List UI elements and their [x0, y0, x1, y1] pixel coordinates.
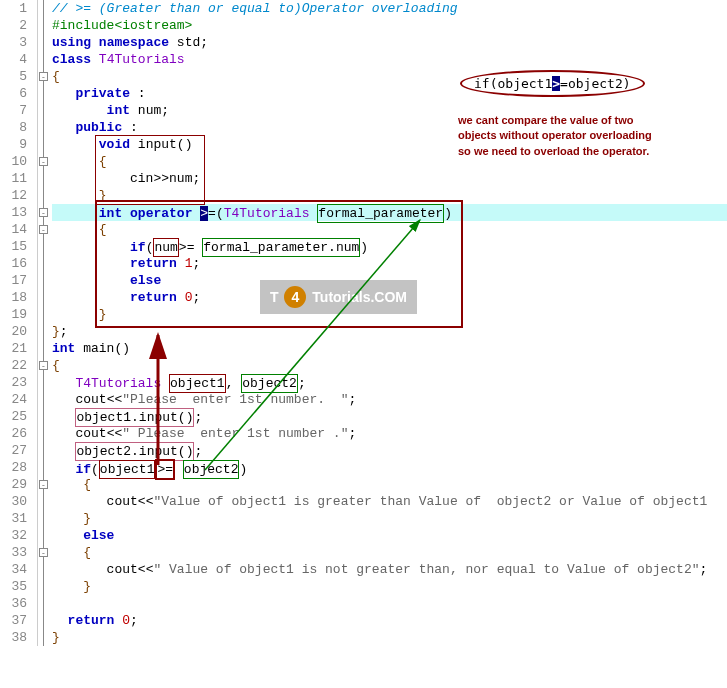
code-line[interactable]: cin>>num;: [52, 170, 727, 187]
line-number: 18: [0, 289, 33, 306]
fold-toggle[interactable]: -: [39, 548, 48, 557]
line-number: 22: [0, 357, 33, 374]
line-number: 23: [0, 374, 33, 391]
line-number: 35: [0, 578, 33, 595]
code-line[interactable]: else: [52, 527, 727, 544]
code-line[interactable]: {: [52, 68, 727, 85]
line-number: 12: [0, 187, 33, 204]
line-number: 31: [0, 510, 33, 527]
line-number: 29: [0, 476, 33, 493]
line-number: 15: [0, 238, 33, 255]
code-line[interactable]: object2.input();: [52, 442, 727, 459]
code-line[interactable]: {: [52, 357, 727, 374]
line-number: 3: [0, 34, 33, 51]
code-line[interactable]: cout<<" Please enter 1st number .";: [52, 425, 727, 442]
code-line[interactable]: };: [52, 323, 727, 340]
code-line[interactable]: class T4Tutorials: [52, 51, 727, 68]
code-line[interactable]: }: [52, 510, 727, 527]
fold-gutter[interactable]: -------: [38, 0, 52, 646]
code-line[interactable]: int operator >=(T4Tutorials formal_param…: [52, 204, 727, 221]
line-number: 19: [0, 306, 33, 323]
line-number: 21: [0, 340, 33, 357]
code-line[interactable]: return 0;: [52, 289, 727, 306]
fold-toggle[interactable]: -: [39, 480, 48, 489]
line-number: 2: [0, 17, 33, 34]
code-line[interactable]: return 1;: [52, 255, 727, 272]
code-line[interactable]: }: [52, 629, 727, 646]
code-line[interactable]: cout<<"Please enter 1st number. ";: [52, 391, 727, 408]
code-line[interactable]: }: [52, 187, 727, 204]
code-line[interactable]: void input(): [52, 136, 727, 153]
line-number: 10: [0, 153, 33, 170]
code-line[interactable]: {: [52, 544, 727, 561]
line-number: 7: [0, 102, 33, 119]
line-number: 14: [0, 221, 33, 238]
code-line[interactable]: if(object1>= object2): [52, 459, 727, 476]
code-line[interactable]: object1.input();: [52, 408, 727, 425]
code-line[interactable]: int main(): [52, 340, 727, 357]
line-number: 36: [0, 595, 33, 612]
fold-toggle[interactable]: -: [39, 72, 48, 81]
code-line[interactable]: using namespace std;: [52, 34, 727, 51]
code-line[interactable]: return 0;: [52, 612, 727, 629]
line-number: 6: [0, 85, 33, 102]
code-line[interactable]: else: [52, 272, 727, 289]
fold-toggle[interactable]: -: [39, 208, 48, 217]
line-number: 32: [0, 527, 33, 544]
line-number: 16: [0, 255, 33, 272]
code-line[interactable]: #include<iostream>: [52, 17, 727, 34]
code-line[interactable]: }: [52, 578, 727, 595]
fold-toggle[interactable]: -: [39, 157, 48, 166]
line-number: 24: [0, 391, 33, 408]
fold-toggle[interactable]: -: [39, 361, 48, 370]
line-number: 9: [0, 136, 33, 153]
code-line[interactable]: cout<<"Value of object1 is greater than …: [52, 493, 727, 510]
line-number: 5: [0, 68, 33, 85]
line-number: 28: [0, 459, 33, 476]
line-number: 17: [0, 272, 33, 289]
line-number: 11: [0, 170, 33, 187]
line-number: 1: [0, 0, 33, 17]
code-line[interactable]: cout<<" Value of object1 is not greater …: [52, 561, 727, 578]
line-number: 25: [0, 408, 33, 425]
fold-toggle[interactable]: -: [39, 225, 48, 234]
line-number: 38: [0, 629, 33, 646]
code-line[interactable]: T4Tutorials object1, object2;: [52, 374, 727, 391]
code-area[interactable]: // >= (Greater than or equal to)Operator…: [52, 0, 727, 646]
line-number: 30: [0, 493, 33, 510]
code-line[interactable]: // >= (Greater than or equal to)Operator…: [52, 0, 727, 17]
code-line[interactable]: }: [52, 306, 727, 323]
code-editor[interactable]: 1234567891011121314151617181920212223242…: [0, 0, 727, 646]
line-number: 4: [0, 51, 33, 68]
line-number: 34: [0, 561, 33, 578]
code-line[interactable]: if(num>= formal_parameter.num): [52, 238, 727, 255]
line-number: 37: [0, 612, 33, 629]
line-number: 33: [0, 544, 33, 561]
code-line[interactable]: public :: [52, 119, 727, 136]
line-number: 13: [0, 204, 33, 221]
code-line[interactable]: {: [52, 221, 727, 238]
line-number: 8: [0, 119, 33, 136]
code-line[interactable]: private :: [52, 85, 727, 102]
line-number-gutter: 1234567891011121314151617181920212223242…: [0, 0, 38, 646]
code-line[interactable]: {: [52, 153, 727, 170]
line-number: 20: [0, 323, 33, 340]
code-line[interactable]: int num;: [52, 102, 727, 119]
code-line[interactable]: [52, 595, 727, 612]
line-number: 27: [0, 442, 33, 459]
line-number: 26: [0, 425, 33, 442]
